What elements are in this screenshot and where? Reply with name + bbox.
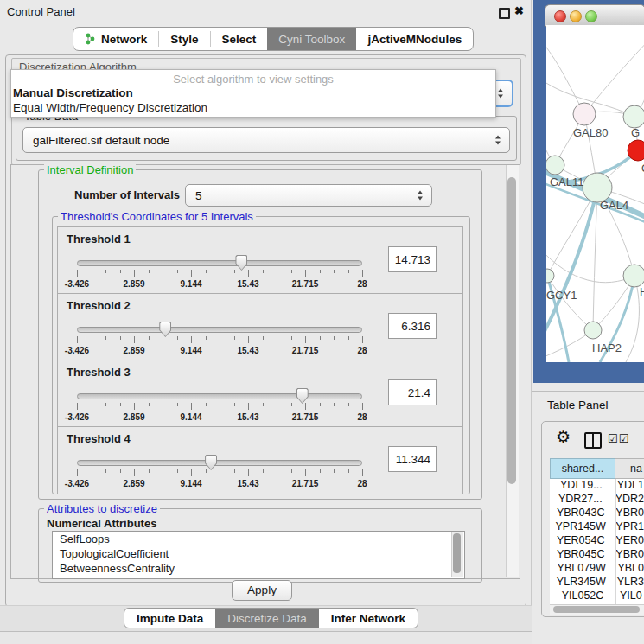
tab-discretize-data[interactable]: Discretize Data — [215, 609, 319, 628]
cell-name[interactable]: YBL0 — [613, 562, 644, 576]
threshold-2-panel: Threshold 2 -3.4262.8599.14415.4321.7152… — [57, 293, 463, 361]
cell-shared-name[interactable]: YLR345W — [550, 576, 613, 590]
cell-shared-name[interactable]: YBR045C — [550, 548, 611, 562]
column-header-shared[interactable]: shared... — [550, 458, 615, 479]
tab-style[interactable]: Style — [159, 28, 209, 50]
close-traffic-light-icon[interactable] — [554, 10, 566, 22]
threshold-3-value-field[interactable]: 21.4 — [388, 379, 437, 405]
tab-jactivemnodules[interactable]: jActiveMNodules — [356, 28, 473, 50]
slider-tick — [149, 336, 150, 340]
dropdown-item-manual-discretization[interactable]: Manual Discretization — [13, 86, 133, 99]
slider-tick — [92, 336, 92, 340]
table-data-combobox[interactable]: galFiltered.sif default node — [22, 127, 510, 153]
minimize-traffic-light-icon[interactable] — [570, 10, 582, 22]
tab-select[interactable]: Select — [211, 28, 268, 50]
slider-handle[interactable] — [205, 455, 217, 470]
attributes-scrollbar-thumb[interactable] — [453, 533, 461, 573]
slider-handle[interactable] — [159, 322, 171, 337]
cell-shared-name[interactable]: YBR043C — [550, 507, 611, 520]
cell-shared-name[interactable]: YDL19... — [550, 479, 613, 493]
slider-handle[interactable] — [296, 388, 309, 404]
horizontal-scrollbar-thumb[interactable] — [553, 606, 640, 613]
table-rows[interactable]: YDL19...YDL1YDR27...YDR2YBR043CYBR0YPR14… — [550, 479, 644, 604]
table-row[interactable]: YBR045CYBR0 — [550, 548, 644, 562]
cell-name[interactable]: YDL1 — [613, 479, 644, 493]
tab-network[interactable]: Network — [73, 28, 158, 50]
threshold-2-value-field[interactable]: 6.316 — [388, 313, 437, 339]
slider-tick — [92, 270, 92, 273]
table-data-selected: galFiltered.sif default node — [23, 134, 509, 147]
threshold-2-slider[interactable]: -3.4262.8599.14415.4321.71528 — [77, 322, 362, 360]
slider-tick — [248, 469, 249, 476]
table-panel-divider — [532, 391, 644, 392]
network-node[interactable] — [573, 103, 596, 125]
network-node[interactable] — [584, 322, 602, 339]
split-columns-icon[interactable] — [584, 432, 602, 449]
network-edge[interactable] — [546, 188, 597, 341]
threshold-1-slider[interactable]: -3.4262.8599.14415.4321.71528 — [77, 255, 362, 293]
dropdown-item-equal-width-frequency[interactable]: Equal Width/Frequency Discretization — [13, 101, 207, 114]
apply-button[interactable]: Apply — [232, 580, 292, 601]
slider-tick-label: 9.144 — [180, 412, 201, 422]
slider-tick — [120, 469, 121, 473]
network-window-titlebar[interactable] — [545, 4, 644, 27]
threshold-1-value-field[interactable]: 14.713 — [388, 246, 437, 272]
network-node[interactable] — [623, 105, 644, 128]
cell-shared-name[interactable]: YDR27... — [550, 493, 611, 507]
slider-tick — [277, 469, 277, 473]
number-of-intervals-combobox[interactable]: 5 — [185, 184, 432, 207]
slider-track[interactable] — [77, 327, 362, 333]
threshold-4-slider[interactable]: -3.4262.8599.14415.4321.71528 — [77, 455, 362, 493]
network-node[interactable] — [546, 269, 554, 283]
network-node[interactable] — [583, 173, 612, 202]
attribute-item[interactable]: TopologicalCoefficient — [53, 546, 464, 561]
cell-name[interactable]: YIL0 — [615, 590, 642, 603]
network-view-canvas[interactable]: GAL80GCGAL11GAL4GCY1HHAP2 — [546, 25, 644, 362]
network-node[interactable] — [546, 156, 564, 175]
table-row[interactable]: YER054CYER0 — [550, 534, 644, 548]
slider-tick — [149, 270, 150, 273]
table-row[interactable]: YLR345WYLR3 — [550, 576, 644, 590]
zoom-traffic-light-icon[interactable] — [585, 10, 597, 22]
table-row[interactable]: YBL079WYBL0 — [550, 562, 644, 576]
slider-track[interactable] — [77, 260, 362, 266]
slider-track[interactable] — [77, 460, 362, 466]
threshold-4-value-field[interactable]: 11.344 — [388, 446, 437, 472]
slider-tick — [77, 336, 78, 343]
table-row[interactable]: YDL19...YDL1 — [550, 479, 644, 493]
tab-cyni-toolbox[interactable]: Cyni Toolbox — [267, 28, 356, 50]
threshold-3-panel: Threshold 3 -3.4262.8599.14415.4321.7152… — [57, 360, 463, 428]
slider-tick — [177, 270, 178, 273]
cell-shared-name[interactable]: YER054C — [550, 534, 611, 548]
slider-tick — [105, 270, 106, 273]
cell-name[interactable]: YLR3 — [613, 576, 644, 590]
cell-shared-name[interactable]: YPR145W — [550, 520, 611, 534]
table-row[interactable]: YPR145WYPR1 — [550, 520, 644, 534]
column-header-name[interactable]: na — [615, 458, 644, 479]
threshold-3-slider[interactable]: -3.4262.8599.14415.4321.71528 — [77, 388, 362, 426]
attribute-item[interactable]: SelfLoops — [53, 532, 464, 546]
table-row[interactable]: YIL052CYIL0 — [550, 590, 644, 603]
slider-track[interactable] — [77, 393, 362, 399]
table-row[interactable]: YBR043CYBR0 — [550, 507, 644, 520]
slider-handle[interactable] — [235, 255, 247, 271]
network-node[interactable] — [628, 140, 644, 161]
slider-tick — [177, 403, 178, 406]
network-node[interactable] — [623, 265, 644, 287]
numerical-attributes-list[interactable]: SelfLoopsTopologicalCoefficientBetweenne… — [52, 531, 465, 579]
float-window-icon[interactable] — [499, 8, 510, 19]
close-icon[interactable]: ✖ — [514, 4, 524, 17]
vertical-scrollbar-thumb[interactable] — [507, 177, 516, 484]
network-edge[interactable] — [584, 39, 644, 114]
network-node-label: HAP2 — [592, 341, 622, 354]
cell-shared-name[interactable]: YBL079W — [550, 562, 613, 576]
tab-infer-network[interactable]: Infer Network — [319, 609, 418, 628]
cell-shared-name[interactable]: YIL052C — [550, 590, 615, 603]
column-divider[interactable] — [615, 479, 616, 604]
table-row[interactable]: YDR27...YDR2 — [550, 493, 644, 507]
gear-icon[interactable]: ⚙ — [556, 427, 571, 447]
network-edge[interactable] — [546, 41, 584, 114]
checkbox-icons[interactable]: ☑☑ — [608, 432, 629, 445]
tab-impute-data[interactable]: Impute Data — [124, 609, 215, 628]
attribute-item[interactable]: BetweennessCentrality — [53, 561, 464, 576]
